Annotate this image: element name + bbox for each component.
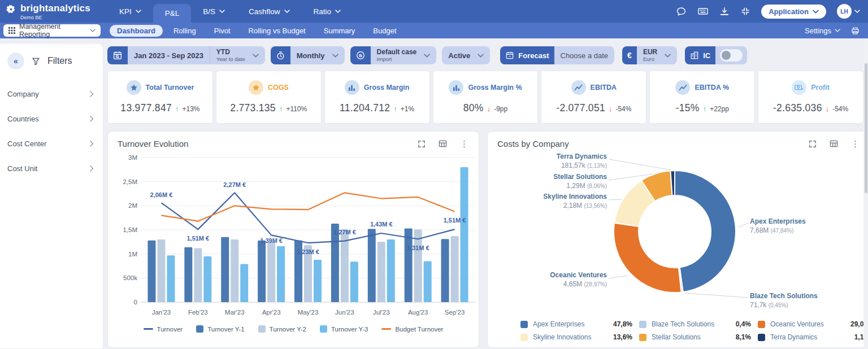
top-nav-b-s[interactable]: B/S bbox=[191, 0, 237, 23]
top-nav-p-l[interactable]: P&L bbox=[153, 4, 192, 23]
case-selector[interactable]: Default caseImport bbox=[371, 46, 437, 64]
bar-turnover-y-3-feb-23[interactable] bbox=[203, 256, 211, 302]
ic-button[interactable]: IC bbox=[685, 46, 715, 64]
bar-turnover-y-1-feb-23[interactable] bbox=[184, 247, 192, 302]
bar-turnover-y-2-apr-23[interactable] bbox=[267, 241, 275, 302]
legend-item-turnover-y-2[interactable]: Turnover Y-2 bbox=[258, 325, 306, 333]
costs-legend-item-terra-dynamics[interactable]: Terra Dynamics 1,1% bbox=[758, 333, 868, 341]
kpi-card-total-turnover[interactable]: Total Turnover 13.977.847 ↑ +13% bbox=[107, 71, 213, 124]
kpi-card-cogs[interactable]: COGS 2.773.135 ↑ +110% bbox=[216, 71, 322, 124]
fit-screen-icon[interactable] bbox=[740, 6, 750, 16]
bar-turnover-y-3-jan-23[interactable] bbox=[167, 255, 175, 302]
bar-turnover-y-3-jul-23[interactable] bbox=[387, 239, 395, 302]
bar-turnover-y-2-sep-23[interactable] bbox=[451, 236, 459, 302]
ic-toggle[interactable] bbox=[720, 49, 743, 62]
costs-legend-item-apex-enterprises[interactable]: Apex Enterprises 47,8% bbox=[520, 320, 632, 328]
panel-title: Turnover Evolution bbox=[118, 139, 188, 149]
tab-budget[interactable]: Budget bbox=[366, 25, 403, 37]
expand-icon[interactable] bbox=[809, 140, 817, 148]
bar-turnover-y-1-mar-23[interactable] bbox=[221, 237, 229, 302]
bar-turnover-y-3-aug-23[interactable] bbox=[424, 261, 432, 302]
kpi-card-gross-margin[interactable]: Gross Margin 11.204.712 ↑ +1% bbox=[324, 71, 430, 124]
print-icon[interactable] bbox=[850, 26, 860, 36]
budget-icon-button[interactable]: B bbox=[350, 46, 371, 64]
more-options-icon[interactable]: ⋮ bbox=[460, 139, 468, 148]
legend-percentage: 0,4% bbox=[736, 320, 751, 328]
legend-label: Turnover Y-1 bbox=[207, 326, 244, 333]
bar-turnover-y-3-jun-23[interactable] bbox=[350, 261, 358, 302]
kpi-card-ebitda[interactable]: EBITDA % -15% ↑ +22pp bbox=[649, 71, 755, 124]
kpi-icon-circle bbox=[571, 80, 586, 95]
tab-summary[interactable]: Summary bbox=[316, 25, 363, 37]
download-icon[interactable] bbox=[719, 6, 730, 16]
collapse-sidebar-button[interactable]: « bbox=[7, 53, 24, 69]
kpi-card-ebitda[interactable]: EBITDA -2.077.051 ↓ -54% bbox=[541, 71, 646, 124]
user-menu[interactable]: LH bbox=[837, 4, 860, 19]
sidebar-item-cost-center[interactable]: Cost Center bbox=[0, 134, 103, 154]
costs-legend-item-oceanic-ventures[interactable]: Oceanic Ventures 29,0% bbox=[758, 320, 868, 328]
module-selector[interactable]: Management Reporting bbox=[3, 24, 101, 37]
expand-icon[interactable] bbox=[418, 140, 426, 148]
sidebar-item-cost-unit[interactable]: Cost Unit bbox=[0, 159, 103, 178]
bar-turnover-y-2-jan-23[interactable] bbox=[157, 239, 165, 302]
more-options-icon[interactable]: ⋮ bbox=[851, 139, 860, 148]
page-scrollbar[interactable] bbox=[863, 38, 868, 349]
tab-dashboard[interactable]: Dashboard bbox=[110, 25, 163, 37]
svg-text:Mar'23: Mar'23 bbox=[225, 309, 245, 316]
period-selector[interactable]: Monthly bbox=[290, 46, 345, 64]
bar-turnover-y-1-sep-23[interactable] bbox=[441, 239, 449, 302]
application-selector[interactable]: Application bbox=[761, 5, 826, 19]
bar-turnover-y-2-jul-23[interactable] bbox=[377, 242, 385, 302]
top-nav-ratio[interactable]: Ratio bbox=[302, 0, 353, 23]
donut-slice-apex-enterprises[interactable] bbox=[675, 171, 736, 292]
costs-legend-item-blaze-tech-solutions[interactable]: Blaze Tech Solutions 0,4% bbox=[639, 320, 751, 328]
choose-date-button[interactable]: Choose a date bbox=[554, 46, 615, 64]
keyboard-icon[interactable] bbox=[697, 6, 709, 17]
bar-turnover-y-2-mar-23[interactable] bbox=[231, 239, 238, 302]
legend-item-budget-turnover[interactable]: Budget Turnover bbox=[381, 326, 443, 333]
legend-company-name: Blaze Tech Solutions bbox=[652, 320, 731, 328]
settings-menu[interactable]: Settings bbox=[805, 27, 840, 35]
sidebar-item-company[interactable]: Company bbox=[0, 84, 103, 104]
table-view-icon[interactable] bbox=[830, 139, 838, 148]
currency-icon-button[interactable]: € bbox=[622, 46, 637, 64]
bar-turnover-y-1-jan-23[interactable] bbox=[147, 241, 155, 302]
date-picker-icon-button[interactable] bbox=[107, 46, 128, 64]
bar-turnover-y-1-aug-23[interactable] bbox=[405, 228, 413, 302]
chat-icon[interactable] bbox=[676, 6, 687, 17]
svg-text:500k: 500k bbox=[123, 274, 137, 281]
ytd-selector[interactable]: YTDYear to date bbox=[210, 46, 265, 64]
tab-pivot[interactable]: Pivot bbox=[207, 25, 238, 37]
donut-slice-oceanic-ventures[interactable] bbox=[614, 223, 682, 293]
scrollbar-thumb[interactable] bbox=[865, 63, 867, 193]
costs-legend-item-stellar-solutions[interactable]: Stellar Solutions 8,1% bbox=[639, 333, 751, 341]
legend-item-turnover-y-1[interactable]: Turnover Y-1 bbox=[196, 325, 244, 333]
status-selector[interactable]: Active bbox=[442, 46, 490, 64]
bar-turnover-y-2-feb-23[interactable] bbox=[194, 248, 202, 302]
costs-legend-item-skyline-innovations[interactable]: Skyline Innovations 13,6% bbox=[520, 333, 632, 341]
sidebar-item-countries[interactable]: Countries bbox=[0, 109, 103, 129]
tab-rolling-vs-budget[interactable]: Rolling vs Budget bbox=[241, 25, 313, 37]
legend-item-turnover[interactable]: Turnover bbox=[144, 326, 183, 333]
bar-turnover-y-3-apr-23[interactable] bbox=[277, 246, 285, 302]
avatar[interactable]: LH bbox=[837, 4, 852, 19]
top-nav-kpi[interactable]: KPI bbox=[107, 0, 153, 23]
bar-turnover-y-3-sep-23[interactable] bbox=[461, 167, 468, 302]
table-view-icon[interactable] bbox=[439, 139, 447, 148]
kpi-card-profit[interactable]: Profit -2.635.036 ↓ -54% bbox=[758, 71, 863, 124]
bar-turnover-y-1-apr-23[interactable] bbox=[258, 241, 266, 302]
top-nav-cashflow[interactable]: Cashflow bbox=[237, 0, 302, 23]
forecast-button[interactable]: Forecast bbox=[500, 46, 554, 64]
bar-turnover-y-2-aug-23[interactable] bbox=[414, 229, 422, 302]
tab-rolling[interactable]: Rolling bbox=[166, 25, 203, 37]
currency-selector[interactable]: EUREuro bbox=[637, 46, 677, 64]
bar-turnover-y-1-jun-23[interactable] bbox=[331, 224, 339, 302]
kpi-card-gross-margin[interactable]: Gross Margin % 80% ↓ -9pp bbox=[433, 71, 539, 124]
date-range-value[interactable]: Jan 2023 - Sep 2023 bbox=[128, 46, 210, 64]
bar-turnover-y-3-mar-23[interactable] bbox=[240, 264, 248, 302]
bar-turnover-y-1-jul-23[interactable] bbox=[368, 229, 376, 302]
period-icon-button[interactable] bbox=[271, 46, 290, 64]
bar-turnover-y-3-may-23[interactable] bbox=[314, 260, 322, 302]
line-budget-turnover[interactable] bbox=[161, 193, 454, 221]
legend-item-turnover-y-3[interactable]: Turnover Y-3 bbox=[320, 325, 368, 333]
